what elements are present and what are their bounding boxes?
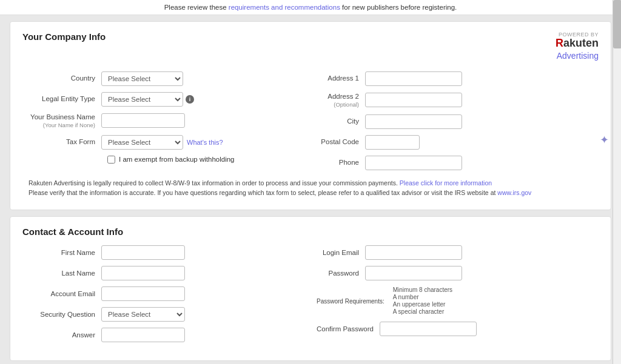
contact-section-title: Contact & Account Info: [22, 227, 599, 237]
address2-label: Address 2 (Optional): [317, 92, 365, 108]
contact-section: Contact & Account Info First Name Last N…: [10, 216, 611, 361]
legal-entity-info-icon[interactable]: i: [186, 95, 194, 104]
country-select[interactable]: Please Select: [101, 71, 183, 86]
phone-label: Phone: [317, 158, 365, 167]
account-email-row: Account Email: [29, 286, 304, 301]
whats-this-link[interactable]: What's this?: [187, 139, 223, 146]
confirm-password-label: Confirm Password: [317, 325, 380, 334]
confirm-password-input[interactable]: [380, 322, 477, 336]
last-name-input[interactable]: [101, 266, 185, 280]
city-row: City: [317, 114, 592, 129]
legal-entity-row: Legal Entity Type Please Select i: [29, 92, 304, 107]
address2-row: Address 2 (Optional): [317, 92, 592, 108]
last-name-row: Last Name: [29, 266, 304, 280]
top-notice: Please review these requirements and rec…: [0, 0, 621, 15]
address1-row: Address 1: [317, 71, 592, 86]
confirm-password-row: Confirm Password: [317, 322, 592, 336]
answer-row: Answer: [29, 328, 304, 342]
postal-code-row: Postal Code: [317, 135, 592, 150]
side-icons-panel: ✦: [600, 133, 609, 147]
first-name-label: First Name: [29, 248, 101, 257]
address2-input[interactable]: [365, 93, 462, 107]
tax-notice: Rakuten Advertising is legally required …: [22, 179, 599, 198]
login-email-label: Login Email: [317, 248, 365, 257]
account-email-label: Account Email: [29, 290, 101, 299]
login-email-row: Login Email: [317, 245, 592, 260]
answer-input[interactable]: [101, 328, 185, 342]
password-req-label: Password Requirements:: [317, 297, 391, 305]
password-input[interactable]: [365, 266, 462, 280]
city-label: City: [317, 117, 365, 126]
postal-code-label: Postal Code: [317, 137, 365, 147]
backup-withholding-row: I am exempt from backup withholding: [107, 156, 304, 164]
tax-form-row: Tax Form Please Select What's this?: [29, 135, 304, 150]
phone-input[interactable]: [365, 156, 462, 170]
security-question-row: Security Question Please Select: [29, 307, 304, 322]
business-name-input[interactable]: [101, 113, 185, 128]
city-input[interactable]: [365, 114, 462, 129]
more-info-link[interactable]: Please click for more information: [400, 179, 492, 187]
requirements-link[interactable]: requirements and recommendations: [229, 4, 340, 11]
powered-by-block: POWERED BY Rakuten Advertising: [556, 31, 599, 62]
last-name-label: Last Name: [29, 269, 101, 278]
security-question-label: Security Question: [29, 310, 101, 319]
tax-form-select[interactable]: Please Select: [101, 135, 183, 150]
country-row: Country Please Select: [29, 71, 304, 86]
answer-label: Answer: [29, 331, 101, 340]
business-name-row: Your Business Name (Your Name if None): [29, 113, 304, 129]
company-section-title: Your Company Info: [22, 31, 106, 42]
password-label: Password: [317, 269, 365, 278]
legal-entity-label: Legal Entity Type: [29, 94, 101, 104]
first-name-input[interactable]: [101, 245, 185, 260]
postal-code-input[interactable]: [365, 135, 420, 150]
country-label: Country: [29, 74, 101, 83]
address1-label: Address 1: [317, 74, 365, 83]
security-question-select[interactable]: Please Select: [101, 307, 185, 322]
password-requirements: Minimum 8 characters A number An upperca…: [393, 286, 452, 316]
account-email-input[interactable]: [101, 286, 185, 301]
phone-row: Phone: [317, 156, 592, 170]
legal-entity-select[interactable]: Please Select: [101, 92, 183, 107]
password-row: Password: [317, 266, 592, 280]
tax-form-label: Tax Form: [29, 137, 101, 147]
company-info-section: Your Company Info POWERED BY Rakuten Adv…: [10, 21, 611, 210]
login-email-input[interactable]: [365, 245, 462, 260]
expand-icon[interactable]: ✦: [600, 133, 609, 147]
password-req-row: Password Requirements: Minimum 8 charact…: [317, 286, 592, 316]
irs-link[interactable]: www.irs.gov: [497, 189, 531, 196]
address1-input[interactable]: [365, 71, 462, 86]
rakuten-logo: Rakuten Advertising: [556, 38, 599, 62]
backup-withholding-checkbox[interactable]: [107, 156, 115, 164]
business-name-label: Your Business Name (Your Name if None): [29, 113, 101, 129]
first-name-row: First Name: [29, 245, 304, 260]
